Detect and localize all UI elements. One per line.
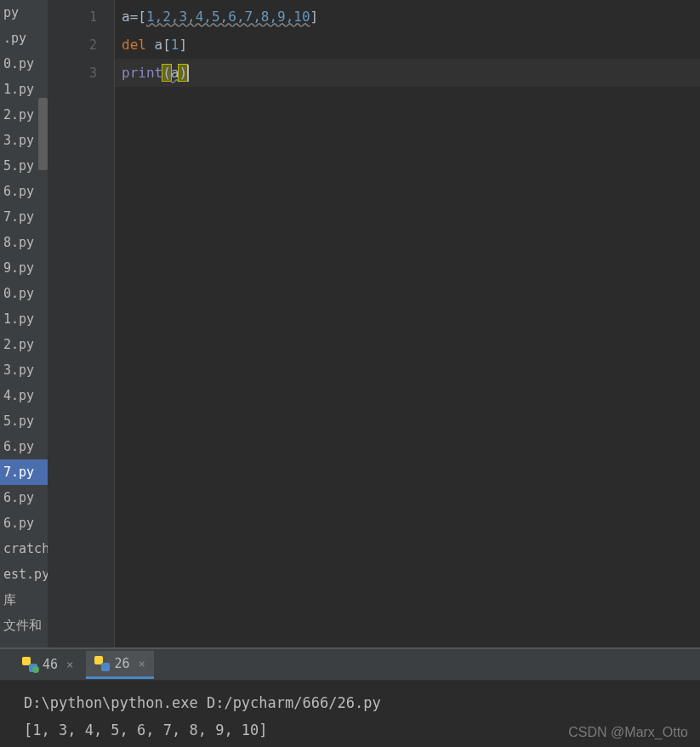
- file-item[interactable]: .py: [0, 26, 48, 51]
- text-cursor: [187, 65, 189, 82]
- file-item[interactable]: 4.py: [0, 383, 48, 408]
- file-item[interactable]: 文件和: [0, 613, 48, 638]
- run-tab-bar: 46 × 26 ×: [0, 649, 700, 681]
- sidebar-scrollbar[interactable]: [38, 98, 48, 170]
- line-number: 2: [48, 31, 97, 59]
- close-icon[interactable]: ×: [139, 657, 145, 670]
- file-item[interactable]: est.py: [0, 562, 48, 587]
- close-icon[interactable]: ×: [66, 658, 73, 671]
- file-item[interactable]: 6.py: [0, 510, 48, 536]
- file-item[interactable]: 6.py: [0, 434, 48, 459]
- file-item[interactable]: 8.py: [0, 230, 48, 255]
- main-area: py.py0.py1.py2.py3.py5.py6.py7.py8.py9.p…: [0, 0, 700, 647]
- file-item[interactable]: 7.py: [0, 204, 48, 230]
- file-item[interactable]: 5.py: [0, 408, 48, 434]
- run-panel: 46 × 26 × D:\python\python.exe D:/pychar…: [0, 649, 700, 747]
- file-item[interactable]: 7.py: [0, 459, 48, 485]
- file-item[interactable]: 1.py: [0, 306, 48, 332]
- file-item[interactable]: 6.py: [0, 179, 48, 204]
- file-item[interactable]: 6.py: [0, 485, 48, 510]
- code-line-1[interactable]: a=[1,2,3,4,5,6,7,8,9,10]: [122, 3, 700, 31]
- file-item[interactable]: 0.py: [0, 51, 48, 77]
- code-line-3[interactable]: print(a): [115, 59, 700, 87]
- line-number: 1: [48, 3, 97, 31]
- run-tab-label: 26: [115, 656, 130, 671]
- code-text-area[interactable]: a=[1,2,3,4,5,6,7,8,9,10] del a[1] print(…: [115, 0, 700, 647]
- console-output[interactable]: D:\python\python.exe D:/pycharm/666/26.p…: [0, 681, 700, 747]
- python-icon: [94, 656, 110, 671]
- file-item[interactable]: 0.py: [0, 281, 48, 306]
- file-list: py.py0.py1.py2.py3.py5.py6.py7.py8.py9.p…: [0, 0, 48, 638]
- run-tab-46[interactable]: 46 ×: [14, 652, 83, 677]
- file-item[interactable]: py: [0, 0, 48, 26]
- project-sidebar: py.py0.py1.py2.py3.py5.py6.py7.py8.py9.p…: [0, 0, 48, 647]
- file-item[interactable]: 3.py: [0, 357, 48, 383]
- file-item[interactable]: cratch.p: [0, 536, 48, 562]
- file-item[interactable]: 9.py: [0, 255, 48, 281]
- code-editor[interactable]: 1 2 3 a=[1,2,3,4,5,6,7,8,9,10] del a[1] …: [48, 0, 700, 647]
- run-tab-26[interactable]: 26 ×: [86, 651, 155, 679]
- console-line: D:\python\python.exe D:/pycharm/666/26.p…: [24, 689, 676, 716]
- file-item[interactable]: 库: [0, 587, 48, 613]
- code-line-2[interactable]: del a[1]: [122, 31, 700, 59]
- run-tab-label: 46: [43, 657, 58, 672]
- watermark-text: CSDN @Marx_Otto: [568, 725, 688, 740]
- line-number-gutter: 1 2 3: [48, 0, 115, 647]
- python-icon: [22, 657, 37, 672]
- file-item[interactable]: 2.py: [0, 332, 48, 357]
- line-number: 3: [48, 59, 97, 87]
